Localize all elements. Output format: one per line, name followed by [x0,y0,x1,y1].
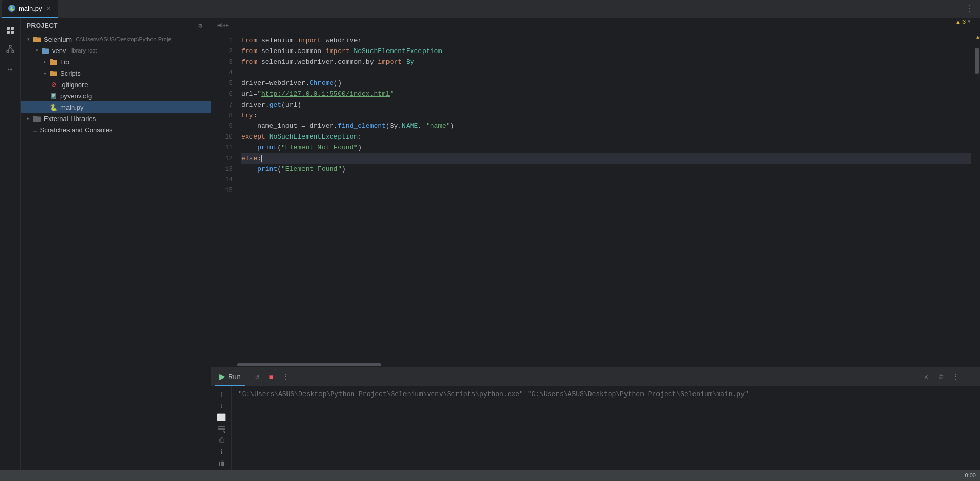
tree-item-pyvenv[interactable]: pyvenv.cfg [21,90,211,101]
code-line-7: driver.get(url) [241,100,971,111]
sidebar-icon-project[interactable] [2,22,19,39]
run-output-area: ↑ ↓ ⬜ ⎙ ℹ 🗑 [211,386,980,470]
run-header-right: ✕ ⧉ ⋮ — [920,371,976,383]
run-tab-icon: ▶ [219,372,225,381]
line-numbers: 1 2 3 4 5 6 7 8 9 10 11 12 13 14 [211,32,237,362]
run-side-terminal-icon[interactable]: ⬜ [214,413,229,422]
tree-arrow-selenium [25,36,32,43]
code-line-10: except NoSuchElementException: [241,132,971,143]
run-panel: ▶ Run ↺ ◼ ⋮ ✕ ⧉ ⋮ — [211,367,980,470]
folder-icon-selenium [33,35,41,43]
h-scrollbar-thumb[interactable] [237,363,381,366]
folder-icon-external-libs [33,114,41,123]
tab-bar: 🐍 main.py ✕ ⋮ [0,0,980,18]
tab-label: main.py [19,5,42,12]
run-side-down-icon[interactable]: ↓ [214,402,229,410]
tree-label-gitignore: .gitignore [60,81,88,89]
run-side-info-icon[interactable]: ℹ [214,448,229,456]
code-line-4 [241,67,971,78]
warning-indicator: ▲ [976,35,979,40]
editor-right-scrollbar: ▲ [971,32,980,362]
status-bar: 0:00 [0,470,980,481]
svg-point-5 [7,50,9,53]
tree-item-gitignore[interactable]: ⊘ .gitignore [21,79,211,90]
sidebar-icon-more[interactable]: ⋯ [2,61,19,78]
code-line-15 [241,185,971,196]
editor-area: else 1 2 3 4 5 6 7 8 9 10 1 [211,18,980,362]
tree-label-pyvenv: pyvenv.cfg [60,92,92,100]
run-side-up-icon[interactable]: ↑ [214,390,229,399]
tree-item-venv[interactable]: venv library root [21,45,211,56]
run-side-trash-icon[interactable]: 🗑 [214,459,229,468]
tree-sublabel-selenium: C:\Users\ASUS\Desktop\Python Proje [76,36,171,42]
run-command: "C:\Users\ASUS\Desktop\Python Project\Se… [238,390,974,398]
scratches-icon: ≡ [33,126,37,134]
tree-label-external-libs: External Libraries [44,115,96,123]
run-side-print-icon[interactable]: ⎙ [214,436,229,444]
tree-item-main-py[interactable]: 🐍 main.py [21,101,211,113]
tree-label-selenium: Selenium [44,36,72,43]
svg-rect-3 [11,31,14,34]
code-line-11: print("Element Not Found") [241,143,971,153]
tree-item-scripts[interactable]: Scripts [21,67,211,79]
folder-icon-venv [41,46,49,55]
panel-action-icon[interactable]: ⚙ [196,21,205,31]
code-line-12: else: [241,153,971,164]
code-line-9: name_input = driver.find_element(By.NAME… [241,121,971,132]
project-panel: PROJECT ⚙ Selenium C:\Users\ASUS\Desktop… [21,18,211,470]
tree-label-venv: venv [52,47,66,55]
panel-header-actions: ⚙ [196,21,205,31]
folder-icon-lib [49,58,58,66]
run-more-button[interactable]: ⋮ [280,371,292,383]
sidebar-icon-structure[interactable] [2,41,19,57]
svg-point-6 [12,50,14,53]
tab-close-button[interactable]: ✕ [45,4,52,13]
project-tree: Selenium C:\Users\ASUS\Desktop\Python Pr… [21,33,211,470]
run-panel-header: ▶ Run ↺ ◼ ⋮ ✕ ⧉ ⋮ — [211,368,980,386]
sidebar-icons: ⋯ [0,18,21,470]
tab-main-py[interactable]: 🐍 main.py ✕ [2,0,58,18]
breadcrumb-else[interactable]: else [217,22,229,29]
tree-arrow-scripts [41,70,48,77]
run-minimize-button[interactable]: — [964,371,976,383]
run-side-icons: ↑ ↓ ⬜ ⎙ ℹ 🗑 [211,386,232,470]
editor-more-button[interactable]: ⋮ [966,4,974,14]
svg-rect-1 [11,27,14,30]
tree-item-scratches[interactable]: ≡ Scratches and Consoles [21,124,211,135]
run-tab[interactable]: ▶ Run [215,368,245,386]
tree-label-lib: Lib [60,58,69,66]
rerun-button[interactable]: ↺ [251,371,263,383]
code-line-2: from selenium.common import NoSuchElemen… [241,46,971,57]
stop-button[interactable]: ◼ [265,371,278,383]
breadcrumb: else [211,18,980,32]
horizontal-scrollbar[interactable] [211,362,980,367]
code-line-3: from selenium.webdriver.common.by import… [241,57,971,68]
python-icon: 🐍 [8,5,15,12]
code-line-14 [241,175,971,185]
code-line-1: from selenium import webdriver [241,36,971,46]
tree-item-external-libs[interactable]: External Libraries [21,113,211,124]
run-tab-label: Run [228,373,241,381]
run-restore-button[interactable]: ⧉ [935,371,947,383]
code-editor[interactable]: from selenium import webdriver from sele… [237,32,971,362]
tree-item-lib[interactable]: Lib [21,56,211,67]
tree-arrow-external-libs [25,115,32,122]
warning-count-bar: ▲ 3 ▾ [955,18,971,25]
svg-rect-0 [7,27,10,30]
tree-sublabel-venv: library root [70,47,97,54]
tree-arrow-venv [33,47,40,54]
scrollbar-thumb[interactable] [975,48,979,74]
warning-expand-icon[interactable]: ▾ [968,18,971,25]
run-output[interactable]: "C:\Users\ASUS\Desktop\Python Project\Se… [232,386,980,470]
run-close-button[interactable]: ✕ [920,371,933,383]
editor-content[interactable]: 1 2 3 4 5 6 7 8 9 10 11 12 13 14 [211,32,980,362]
warning-count: ▲ 3 [955,19,966,25]
tree-item-selenium[interactable]: Selenium C:\Users\ASUS\Desktop\Python Pr… [21,33,211,45]
code-line-13: print("Element Found") [241,164,971,175]
run-settings-button[interactable]: ⋮ [949,371,961,383]
tree-label-main-py: main.py [60,104,84,111]
gitignore-icon: ⊘ [49,80,58,89]
svg-line-7 [8,47,10,50]
cfg-icon [49,92,58,100]
run-side-scroll-icon[interactable] [214,425,229,433]
